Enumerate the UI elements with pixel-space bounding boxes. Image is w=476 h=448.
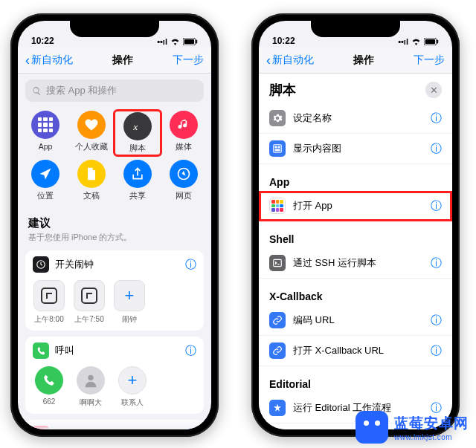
back-button[interactable]: ‹ 新自动化 bbox=[266, 53, 314, 67]
category-music[interactable]: 媒体 bbox=[161, 111, 207, 155]
search-input[interactable]: 搜索 App 和操作 bbox=[25, 79, 204, 102]
alarm-tiles: 上午8:00上午7:50+闹钟 bbox=[33, 280, 196, 325]
action-row[interactable]: 设定名称ⓘ bbox=[259, 103, 452, 134]
status-indicators: ••ıl bbox=[157, 37, 198, 46]
category-label: 媒体 bbox=[176, 142, 192, 152]
search-icon bbox=[32, 86, 42, 96]
action-row[interactable]: 显示内容图ⓘ bbox=[259, 134, 452, 164]
group-header: X-Callback bbox=[259, 279, 452, 305]
alarm-card-title: 开关闹钟 bbox=[55, 258, 179, 271]
next-button[interactable]: 下一步 bbox=[173, 53, 204, 67]
category-grid: App个人收藏x脚本媒体位置文稿共享网页 bbox=[18, 108, 211, 209]
action-row[interactable]: 打开 Appⓘ bbox=[259, 191, 452, 221]
search-placeholder: 搜索 App 和操作 bbox=[46, 84, 117, 97]
info-icon[interactable]: ⓘ bbox=[185, 344, 196, 358]
xvar-icon: x bbox=[123, 112, 152, 140]
suggestions-subtitle: 基于您使用 iPhone 的方式。 bbox=[28, 232, 201, 243]
app-grid-icon bbox=[269, 198, 286, 214]
info-icon[interactable]: ⓘ bbox=[431, 344, 442, 358]
category-heart[interactable]: 个人收藏 bbox=[68, 111, 115, 155]
category-xvar[interactable]: x脚本 bbox=[115, 111, 161, 155]
music-icon bbox=[170, 111, 198, 139]
nav-bar: ‹ 新自动化 操作 下一步 bbox=[18, 48, 211, 74]
grid-icon bbox=[31, 111, 60, 139]
notch bbox=[70, 21, 159, 37]
tile-label: 上午8:00 bbox=[34, 314, 63, 325]
info-icon[interactable]: ⓘ bbox=[431, 256, 442, 270]
group-header: Shell bbox=[259, 221, 452, 248]
row-label: 打开 X-Callback URL bbox=[293, 344, 423, 357]
action-row[interactable]: 打开 X-Callback URLⓘ bbox=[259, 336, 452, 366]
clock-icon bbox=[33, 280, 65, 311]
category-doc[interactable]: 文稿 bbox=[68, 160, 115, 201]
category-label: 共享 bbox=[129, 191, 146, 201]
info-icon[interactable]: ⓘ bbox=[185, 258, 196, 272]
clock-app-icon bbox=[33, 256, 49, 273]
watermark-name: 蓝莓安卓网 bbox=[394, 414, 469, 433]
person-icon bbox=[77, 366, 105, 395]
contact-tile[interactable]: +联系人 bbox=[116, 366, 149, 408]
wifi-icon bbox=[170, 38, 180, 45]
watermark-logo bbox=[356, 411, 388, 444]
close-button[interactable]: ✕ bbox=[425, 82, 442, 98]
category-label: 脚本 bbox=[129, 143, 146, 154]
category-label: App bbox=[39, 142, 53, 151]
alarm-tile[interactable]: +闹钟 bbox=[113, 280, 146, 325]
watermark-url: www.lmkjst.com bbox=[394, 433, 469, 441]
action-row[interactable]: 通过 SSH 运行脚本ⓘ bbox=[259, 248, 452, 279]
category-share[interactable]: 共享 bbox=[115, 160, 161, 201]
signal-icon: ••ıl bbox=[157, 37, 167, 46]
phone-app-icon bbox=[33, 343, 49, 359]
info-icon[interactable]: ⓘ bbox=[431, 111, 442, 126]
action-row[interactable]: 编码 URLⓘ bbox=[259, 305, 452, 336]
next-button[interactable]: 下一步 bbox=[414, 53, 445, 67]
alarm-card[interactable]: 开关闹钟 ⓘ 上午8:00上午7:50+闹钟 bbox=[25, 250, 204, 331]
alarm-tile[interactable]: 上午8:00 bbox=[33, 280, 65, 325]
info-icon[interactable]: ⓘ bbox=[431, 314, 442, 328]
contact-tile[interactable]: 662 bbox=[33, 366, 65, 408]
svg-rect-10 bbox=[274, 145, 282, 153]
signal-icon: ••ıl bbox=[398, 37, 408, 46]
link-icon bbox=[269, 343, 286, 359]
doc-icon bbox=[77, 160, 106, 188]
svg-rect-2 bbox=[196, 40, 198, 44]
tile-label: 闹钟 bbox=[122, 314, 137, 325]
svg-rect-9 bbox=[437, 40, 439, 44]
contact-tile[interactable]: 啊啊大 bbox=[74, 366, 107, 408]
status-time: 10:22 bbox=[31, 36, 54, 46]
info-icon[interactable]: ⓘ bbox=[431, 199, 442, 213]
compass-icon bbox=[170, 160, 198, 188]
svg-rect-14 bbox=[274, 259, 282, 266]
category-nav[interactable]: 位置 bbox=[22, 160, 68, 201]
phone-mockup-left: 10:22 ••ıl ‹ 新自动化 操作 下一步 搜索 App 和操作 bbox=[10, 13, 219, 437]
contact-label: 联系人 bbox=[121, 397, 144, 408]
top-row-list: 设定名称ⓘ显示内容图ⓘ bbox=[259, 103, 452, 164]
back-label: 新自动化 bbox=[31, 53, 73, 67]
contact-tiles: 662啊啊大+联系人 bbox=[33, 366, 196, 408]
category-grid[interactable]: App bbox=[22, 111, 68, 155]
group-header: Editorial bbox=[259, 366, 452, 393]
terminal-icon bbox=[269, 255, 286, 271]
action-groups: App打开 AppⓘShell通过 SSH 运行脚本ⓘX-Callback编码 … bbox=[259, 164, 452, 423]
contact-label: 662 bbox=[43, 397, 56, 406]
svg-rect-12 bbox=[278, 146, 280, 149]
heart-icon bbox=[77, 111, 106, 139]
category-compass[interactable]: 网页 bbox=[161, 160, 207, 201]
gear-icon bbox=[269, 110, 286, 126]
alarm-tile[interactable]: 上午7:50 bbox=[73, 280, 106, 325]
call-card[interactable]: 呼叫 ⓘ 662啊啊大+联系人 bbox=[25, 337, 204, 414]
nav-title: 操作 bbox=[112, 53, 133, 67]
status-indicators: ••ıl bbox=[398, 37, 439, 46]
svg-rect-13 bbox=[275, 149, 280, 152]
back-button[interactable]: ‹ 新自动化 bbox=[25, 53, 73, 67]
suggestions-title: 建议 bbox=[28, 216, 201, 230]
nav-icon bbox=[31, 160, 60, 188]
category-label: 个人收藏 bbox=[75, 142, 108, 152]
info-icon[interactable]: ⓘ bbox=[431, 142, 442, 156]
row-label: 显示内容图 bbox=[293, 142, 423, 155]
call-card-title: 呼叫 bbox=[55, 344, 179, 357]
category-label: 网页 bbox=[176, 191, 192, 201]
battery-icon bbox=[424, 38, 439, 45]
panel-header: 脚本 ✕ bbox=[259, 74, 452, 103]
status-time: 10:22 bbox=[272, 36, 295, 46]
